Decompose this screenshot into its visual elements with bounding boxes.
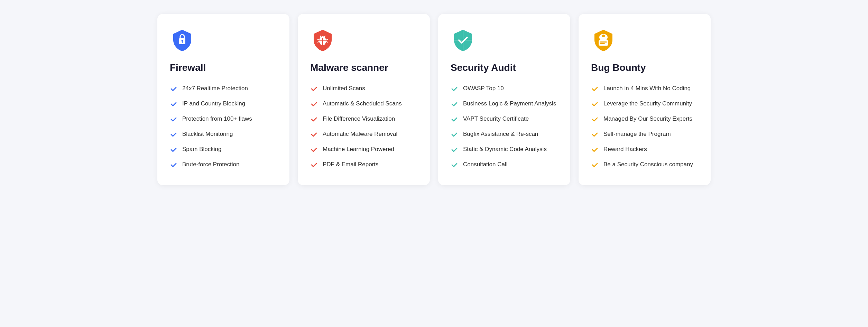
malware-scanner-title: Malware scanner (310, 62, 417, 73)
bug-bounty-title: Bug Bounty (591, 62, 698, 73)
feature-text: Self-manage the Program (603, 130, 671, 138)
list-item: OWASP Top 10 (451, 84, 558, 93)
feature-text: 24x7 Realtime Protection (182, 84, 248, 93)
list-item: Brute-force Protection (170, 160, 277, 169)
check-icon (591, 100, 599, 108)
feature-text: Blacklist Monitoring (182, 130, 233, 138)
card-security-audit: Security Audit OWASP Top 10 Business Log… (438, 14, 570, 185)
list-item: Launch in 4 Mins With No Coding (591, 84, 698, 93)
feature-text: Managed By Our Security Experts (603, 115, 692, 123)
feature-text: Reward Hackers (603, 145, 647, 153)
check-icon (591, 161, 599, 169)
check-icon (170, 100, 177, 108)
check-icon (451, 161, 458, 169)
feature-text: Leverage the Security Community (603, 100, 692, 108)
feature-text: Protection from 100+ flaws (182, 115, 252, 123)
feature-text: Brute-force Protection (182, 160, 239, 169)
list-item: Managed By Our Security Experts (591, 115, 698, 123)
bug-bounty-icon (591, 28, 616, 53)
check-icon (310, 131, 318, 138)
feature-text: OWASP Top 10 (463, 84, 504, 93)
list-item: Blacklist Monitoring (170, 130, 277, 138)
list-item: Spam Blocking (170, 145, 277, 153)
check-icon (451, 100, 458, 108)
firewall-icon (170, 28, 195, 53)
feature-text: Bugfix Assistance & Re-scan (463, 130, 538, 138)
feature-text: File Difference Visualization (323, 115, 395, 123)
check-icon (310, 100, 318, 108)
card-firewall: Firewall 24x7 Realtime Protection IP and… (157, 14, 289, 185)
security-audit-feature-list: OWASP Top 10 Business Logic & Payment An… (451, 84, 558, 169)
list-item: Reward Hackers (591, 145, 698, 153)
check-icon (591, 85, 599, 93)
check-icon (591, 146, 599, 153)
svg-rect-16 (599, 40, 608, 46)
malware-scanner-icon (310, 28, 335, 53)
check-icon (451, 131, 458, 138)
list-item: VAPT Security Certificate (451, 115, 558, 123)
list-item: Static & Dynamic Code Analysis (451, 145, 558, 153)
check-icon (170, 115, 177, 123)
list-item: Protection from 100+ flaws (170, 115, 277, 123)
feature-text: Unlimited Scans (323, 84, 365, 93)
check-icon (170, 85, 177, 93)
security-audit-title: Security Audit (451, 62, 558, 73)
feature-text: IP and Country Blocking (182, 100, 245, 108)
feature-text: Business Logic & Payment Analysis (463, 100, 556, 108)
list-item: File Difference Visualization (310, 115, 417, 123)
list-item: 24x7 Realtime Protection (170, 84, 277, 93)
list-item: Leverage the Security Community (591, 100, 698, 108)
feature-text: Spam Blocking (182, 145, 221, 153)
cards-container: Firewall 24x7 Realtime Protection IP and… (157, 14, 711, 185)
svg-rect-17 (600, 41, 607, 43)
check-icon (591, 131, 599, 138)
list-item: Unlimited Scans (310, 84, 417, 93)
check-icon (310, 161, 318, 169)
svg-rect-18 (600, 43, 605, 44)
list-item: Self-manage the Program (591, 130, 698, 138)
check-icon (170, 146, 177, 153)
check-icon (170, 161, 177, 169)
feature-text: Automatic & Scheduled Scans (323, 100, 402, 108)
card-bug-bounty: Bug Bounty Launch in 4 Mins With No Codi… (579, 14, 711, 185)
list-item: Consultation Call (451, 160, 558, 169)
list-item: Bugfix Assistance & Re-scan (451, 130, 558, 138)
list-item: IP and Country Blocking (170, 100, 277, 108)
check-icon (310, 115, 318, 123)
list-item: Automatic Malware Removal (310, 130, 417, 138)
list-item: Business Logic & Payment Analysis (451, 100, 558, 108)
firewall-title: Firewall (170, 62, 277, 73)
check-icon (310, 146, 318, 153)
feature-text: PDF & Email Reports (323, 160, 379, 169)
check-icon (451, 85, 458, 93)
check-icon (451, 146, 458, 153)
security-audit-icon (451, 28, 475, 53)
list-item: Be a Security Conscious company (591, 160, 698, 169)
feature-text: Launch in 4 Mins With No Coding (603, 84, 691, 93)
feature-text: Be a Security Conscious company (603, 160, 693, 169)
feature-text: Automatic Malware Removal (323, 130, 397, 138)
svg-point-15 (602, 35, 605, 37)
bug-bounty-feature-list: Launch in 4 Mins With No Coding Leverage… (591, 84, 698, 169)
feature-text: VAPT Security Certificate (463, 115, 529, 123)
firewall-feature-list: 24x7 Realtime Protection IP and Country … (170, 84, 277, 169)
check-icon (451, 115, 458, 123)
list-item: Automatic & Scheduled Scans (310, 100, 417, 108)
check-icon (170, 131, 177, 138)
feature-text: Consultation Call (463, 160, 508, 169)
card-malware-scanner: Malware scanner Unlimited Scans Automati… (298, 14, 430, 185)
list-item: PDF & Email Reports (310, 160, 417, 169)
list-item: Machine Learning Powered (310, 145, 417, 153)
check-icon (591, 115, 599, 123)
malware-scanner-feature-list: Unlimited Scans Automatic & Scheduled Sc… (310, 84, 417, 169)
feature-text: Machine Learning Powered (323, 145, 394, 153)
check-icon (310, 85, 318, 93)
feature-text: Static & Dynamic Code Analysis (463, 145, 547, 153)
